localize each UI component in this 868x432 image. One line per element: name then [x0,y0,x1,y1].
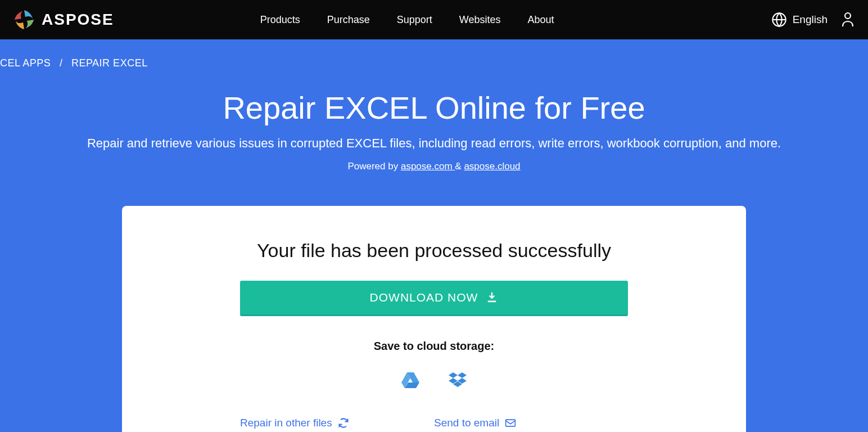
refresh-icon [338,417,349,429]
logo[interactable]: ASPOSE [13,9,114,30]
breadcrumb-item-repair[interactable]: REPAIR EXCEL [71,57,148,69]
link-send-email[interactable]: Send to email [434,417,516,429]
nav-products[interactable]: Products [260,14,300,26]
nav-support[interactable]: Support [397,14,432,26]
link-repair-other[interactable]: Repair in other files [240,417,434,429]
powered-prefix: Powered by [347,161,401,172]
powered-by: Powered by aspose.com & aspose.cloud [11,161,857,172]
aspose-logo-icon [13,9,35,30]
nav-websites[interactable]: Websites [459,14,501,26]
svg-rect-2 [488,301,496,303]
user-icon[interactable] [841,12,855,28]
google-drive-button[interactable] [396,365,425,394]
breadcrumb-separator: / [60,57,63,69]
result-card: Your file has been processed successfull… [122,206,746,432]
breadcrumb-item-apps[interactable]: CEL APPS [0,57,51,69]
page-title: Repair EXCEL Online for Free [11,89,857,126]
link-send-email-label: Send to email [434,417,499,429]
nav-about[interactable]: About [528,14,554,26]
globe-icon [771,12,787,28]
cloud-storage-options [150,365,718,394]
email-icon [505,417,516,429]
success-message: Your file has been processed successfull… [150,240,718,262]
main-nav: Products Purchase Support Websites About [260,14,554,26]
language-selector[interactable]: English [771,12,828,28]
brand-name: ASPOSE [42,11,114,29]
download-label: DOWNLOAD NOW [370,291,478,304]
link-aspose-com[interactable]: aspose.com [401,161,455,172]
nav-purchase[interactable]: Purchase [327,14,370,26]
dropbox-button[interactable] [443,365,472,394]
svg-rect-3 [506,420,516,426]
download-icon [486,291,498,304]
breadcrumb: CEL APPS / REPAIR EXCEL [0,39,868,69]
dropbox-icon [448,371,467,388]
google-drive-icon [401,371,420,388]
svg-point-1 [845,13,851,19]
page-subtitle: Repair and retrieve various issues in co… [11,136,857,151]
action-links: Repair in other files Send to email Clou… [240,417,628,432]
main-header: ASPOSE Products Purchase Support Website… [0,0,868,39]
download-button[interactable]: DOWNLOAD NOW [240,281,628,316]
link-repair-other-label: Repair in other files [240,417,332,429]
link-aspose-cloud[interactable]: aspose.cloud [464,161,520,172]
header-right: English [771,12,855,28]
save-cloud-label: Save to cloud storage: [150,340,718,353]
hero-section: Repair EXCEL Online for Free Repair and … [0,69,868,189]
powered-amp: & [455,161,464,172]
language-label: English [793,14,828,26]
